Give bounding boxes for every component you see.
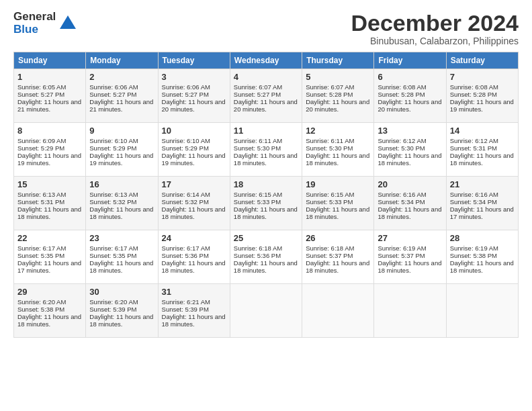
header: General Blue December 2024 Binubusan, Ca… <box>13 11 519 46</box>
day-number: 19 <box>306 179 370 189</box>
day-info: Daylight: 11 hours and 18 minutes. <box>450 152 515 167</box>
day-info: Sunrise: 6:19 AM <box>450 244 515 252</box>
day-number: 18 <box>234 179 298 189</box>
day-number: 15 <box>17 179 82 189</box>
day-info: Sunset: 5:28 PM <box>450 91 515 98</box>
table-cell: 23Sunrise: 6:17 AMSunset: 5:35 PMDayligh… <box>86 230 158 284</box>
table-cell: 10Sunrise: 6:10 AMSunset: 5:29 PMDayligh… <box>158 123 230 177</box>
day-info: Sunrise: 6:16 AM <box>450 191 515 198</box>
table-cell: 15Sunrise: 6:13 AMSunset: 5:31 PMDayligh… <box>14 177 86 230</box>
day-info: Daylight: 11 hours and 18 minutes. <box>378 259 442 274</box>
day-info: Sunrise: 6:06 AM <box>162 83 226 91</box>
day-info: Sunset: 5:35 PM <box>17 252 82 259</box>
table-cell: 24Sunrise: 6:17 AMSunset: 5:36 PMDayligh… <box>158 230 230 284</box>
day-info: Sunset: 5:32 PM <box>89 198 154 205</box>
table-cell: 25Sunrise: 6:18 AMSunset: 5:36 PMDayligh… <box>230 230 302 284</box>
th-sunday: Sunday <box>14 52 86 69</box>
day-number: 25 <box>234 233 298 243</box>
day-info: Daylight: 11 hours and 19 minutes. <box>17 152 82 167</box>
day-info: Sunrise: 6:16 AM <box>378 191 442 198</box>
day-info: Daylight: 11 hours and 19 minutes. <box>162 152 226 167</box>
table-cell: 5Sunrise: 6:07 AMSunset: 5:28 PMDaylight… <box>302 69 374 123</box>
day-info: Sunrise: 6:10 AM <box>162 137 226 144</box>
day-info: Sunset: 5:34 PM <box>450 198 515 205</box>
day-number: 31 <box>162 287 226 297</box>
day-info: Daylight: 11 hours and 18 minutes. <box>162 259 226 274</box>
day-number: 26 <box>306 233 370 243</box>
day-info: Daylight: 11 hours and 18 minutes. <box>162 313 226 328</box>
logo: General Blue <box>13 11 77 36</box>
day-info: Sunrise: 6:11 AM <box>306 137 370 144</box>
day-number: 4 <box>234 72 298 82</box>
day-info: Sunrise: 6:14 AM <box>162 191 226 198</box>
page: General Blue December 2024 Binubusan, Ca… <box>0 0 532 345</box>
day-info: Sunrise: 6:06 AM <box>89 83 154 91</box>
logo-text: General Blue <box>13 11 56 36</box>
day-info: Daylight: 11 hours and 18 minutes. <box>306 152 370 167</box>
day-info: Sunrise: 6:18 AM <box>306 244 370 252</box>
day-info: Sunset: 5:37 PM <box>378 252 442 259</box>
svg-marker-0 <box>60 15 76 29</box>
day-number: 20 <box>378 179 442 189</box>
day-number: 17 <box>162 179 226 189</box>
table-cell: 29Sunrise: 6:20 AMSunset: 5:38 PMDayligh… <box>14 284 86 338</box>
day-info: Daylight: 11 hours and 18 minutes. <box>89 205 154 220</box>
day-info: Sunrise: 6:13 AM <box>17 191 82 198</box>
day-number: 1 <box>17 72 82 82</box>
table-cell <box>302 284 374 338</box>
day-number: 29 <box>17 287 82 297</box>
day-info: Daylight: 11 hours and 18 minutes. <box>306 205 370 220</box>
table-cell: 28Sunrise: 6:19 AMSunset: 5:38 PMDayligh… <box>446 230 518 284</box>
day-number: 14 <box>450 126 515 136</box>
table-cell: 2Sunrise: 6:06 AMSunset: 5:27 PMDaylight… <box>86 69 158 123</box>
day-info: Sunset: 5:36 PM <box>162 252 226 259</box>
day-number: 27 <box>378 233 442 243</box>
day-number: 13 <box>378 126 442 136</box>
day-info: Sunset: 5:38 PM <box>17 306 82 313</box>
day-info: Sunset: 5:28 PM <box>378 91 442 98</box>
day-info: Daylight: 11 hours and 18 minutes. <box>17 313 82 328</box>
table-cell: 26Sunrise: 6:18 AMSunset: 5:37 PMDayligh… <box>302 230 374 284</box>
table-cell: 14Sunrise: 6:12 AMSunset: 5:31 PMDayligh… <box>446 123 518 177</box>
logo-icon <box>58 14 77 33</box>
table-cell: 6Sunrise: 6:08 AMSunset: 5:28 PMDaylight… <box>374 69 446 123</box>
table-cell: 20Sunrise: 6:16 AMSunset: 5:34 PMDayligh… <box>374 177 446 230</box>
title-area: December 2024 Binubusan, Calabarzon, Phi… <box>351 11 519 46</box>
day-number: 2 <box>89 72 154 82</box>
location: Binubusan, Calabarzon, Philippines <box>351 36 519 46</box>
table-cell <box>446 284 518 338</box>
table-cell: 16Sunrise: 6:13 AMSunset: 5:32 PMDayligh… <box>86 177 158 230</box>
day-info: Sunrise: 6:19 AM <box>378 244 442 252</box>
th-saturday: Saturday <box>446 52 518 69</box>
th-wednesday: Wednesday <box>230 52 302 69</box>
table-cell: 11Sunrise: 6:11 AMSunset: 5:30 PMDayligh… <box>230 123 302 177</box>
day-info: Sunset: 5:33 PM <box>234 198 298 205</box>
logo-general: General <box>13 11 56 24</box>
day-info: Daylight: 11 hours and 17 minutes. <box>450 205 515 220</box>
day-info: Sunset: 5:34 PM <box>378 198 442 205</box>
table-row: 8Sunrise: 6:09 AMSunset: 5:29 PMDaylight… <box>14 123 519 177</box>
day-number: 9 <box>89 126 154 136</box>
table-row: 15Sunrise: 6:13 AMSunset: 5:31 PMDayligh… <box>14 177 519 230</box>
day-number: 7 <box>450 72 515 82</box>
day-info: Sunrise: 6:15 AM <box>306 191 370 198</box>
table-cell: 12Sunrise: 6:11 AMSunset: 5:30 PMDayligh… <box>302 123 374 177</box>
month-title: December 2024 <box>351 11 519 36</box>
day-info: Daylight: 11 hours and 18 minutes. <box>162 205 226 220</box>
table-cell: 22Sunrise: 6:17 AMSunset: 5:35 PMDayligh… <box>14 230 86 284</box>
table-cell: 21Sunrise: 6:16 AMSunset: 5:34 PMDayligh… <box>446 177 518 230</box>
day-number: 28 <box>450 233 515 243</box>
day-info: Daylight: 11 hours and 21 minutes. <box>17 98 82 113</box>
day-info: Sunset: 5:39 PM <box>89 306 154 313</box>
header-row: Sunday Monday Tuesday Wednesday Thursday… <box>14 52 519 69</box>
th-thursday: Thursday <box>302 52 374 69</box>
table-cell: 31Sunrise: 6:21 AMSunset: 5:39 PMDayligh… <box>158 284 230 338</box>
day-info: Sunrise: 6:07 AM <box>306 83 370 91</box>
day-number: 30 <box>89 287 154 297</box>
day-info: Sunrise: 6:20 AM <box>89 298 154 306</box>
day-info: Sunrise: 6:05 AM <box>17 83 82 91</box>
day-info: Daylight: 11 hours and 18 minutes. <box>17 205 82 220</box>
day-info: Sunrise: 6:10 AM <box>89 137 154 144</box>
table-cell: 4Sunrise: 6:07 AMSunset: 5:27 PMDaylight… <box>230 69 302 123</box>
day-number: 22 <box>17 233 82 243</box>
